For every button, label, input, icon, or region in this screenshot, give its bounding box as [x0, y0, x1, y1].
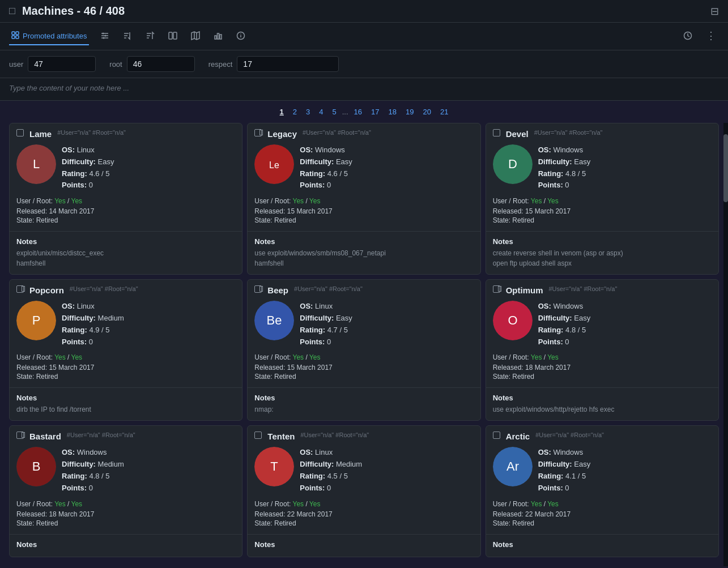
- popcorn-title[interactable]: Popcorn: [29, 285, 64, 295]
- page-btn-17[interactable]: 17: [368, 106, 382, 117]
- devel-notes-content: create reverse shell in venom (asp or as…: [486, 247, 718, 274]
- devel-root-yes[interactable]: Yes: [547, 197, 559, 205]
- bastard-user-yes[interactable]: Yes: [54, 500, 66, 508]
- beep-state: State: Retired: [248, 373, 480, 385]
- svg-marker-18: [191, 32, 199, 40]
- toolbar-chart[interactable]: [211, 28, 225, 45]
- page-btn-19[interactable]: 19: [402, 106, 417, 117]
- page-btn-18[interactable]: 18: [385, 106, 400, 117]
- toolbar-map[interactable]: [189, 28, 202, 45]
- page-btn-21[interactable]: 21: [437, 106, 452, 117]
- legacy-root-yes[interactable]: Yes: [309, 197, 321, 205]
- toolbar-history[interactable]: [681, 28, 695, 45]
- user-filter-group: user: [9, 56, 96, 72]
- columns-icon: [168, 31, 177, 40]
- toolbar-columns[interactable]: [166, 28, 180, 45]
- root-filter-input[interactable]: [127, 56, 195, 72]
- bar-chart-icon: [214, 31, 223, 40]
- user-filter-input[interactable]: [28, 56, 96, 72]
- beep-released: Released: 15 March 2017: [248, 364, 480, 373]
- svg-rect-2: [12, 36, 15, 39]
- beep-root-yes[interactable]: Yes: [309, 353, 321, 361]
- toolbar-more[interactable]: ⋮: [704, 26, 719, 46]
- card-header-optimum: Optimum #User="n/a" #Root="n/a": [486, 280, 718, 298]
- arctic-title[interactable]: Arctic: [506, 432, 530, 441]
- bastard-notes-header: Notes: [10, 537, 242, 550]
- tenten-notes-header: Notes: [248, 537, 480, 550]
- popcorn-divider: [10, 387, 242, 388]
- arctic-notes-content: [486, 550, 718, 557]
- root-filter-group: root: [109, 56, 194, 72]
- page-btn-1[interactable]: 1: [276, 106, 287, 117]
- card-header-lame: Lame #User="n/a" #Root="n/a": [10, 123, 242, 142]
- bastard-root-yes[interactable]: Yes: [71, 500, 83, 508]
- scrollbar-thumb[interactable]: [723, 134, 728, 202]
- page-btn-3[interactable]: 3: [303, 106, 313, 117]
- toolbar-sort-asc[interactable]: [121, 28, 134, 45]
- optimum-icon: [493, 285, 500, 293]
- optimum-userroot: User / Root: Yes / Yes: [486, 353, 718, 364]
- tenten-root-yes[interactable]: Yes: [309, 500, 321, 508]
- tenten-user-yes[interactable]: Yes: [292, 500, 304, 508]
- popcorn-user-yes[interactable]: Yes: [54, 353, 66, 361]
- devel-tags: #User="n/a" #Root="n/a": [534, 129, 603, 136]
- svg-rect-1: [16, 32, 19, 35]
- scrollbar[interactable]: [723, 123, 728, 566]
- lame-divider: [10, 231, 242, 232]
- optimum-user-yes[interactable]: Yes: [531, 353, 542, 361]
- popcorn-avatar: P: [16, 301, 56, 340]
- beep-notes-header: Notes: [248, 390, 480, 403]
- arctic-state: State: Retired: [486, 519, 718, 532]
- beep-user-yes[interactable]: Yes: [292, 353, 304, 361]
- note-placeholder: Type the content of your note here ...: [9, 84, 129, 92]
- bastard-title[interactable]: Bastard: [29, 432, 61, 441]
- legacy-icon: [254, 129, 262, 136]
- legacy-divider: [248, 231, 480, 232]
- devel-title[interactable]: Devel: [506, 129, 529, 139]
- arctic-root-yes[interactable]: Yes: [547, 500, 559, 508]
- lame-title[interactable]: Lame: [29, 129, 52, 139]
- devel-user-yes[interactable]: Yes: [531, 197, 542, 205]
- tenten-body: T OS: Linux Difficulty: Medium Rating: 4…: [248, 445, 480, 499]
- popcorn-released: Released: 15 March 2017: [10, 364, 242, 373]
- popcorn-notes-header: Notes: [10, 390, 242, 403]
- svg-text:Le: Le: [269, 160, 279, 170]
- beep-title[interactable]: Beep: [267, 285, 288, 295]
- beep-body: Be OS: Linux Difficulty: Easy Rating: 4.…: [248, 298, 480, 353]
- svg-text:O: O: [508, 313, 517, 327]
- svg-text:L: L: [33, 157, 40, 171]
- devel-divider: [486, 231, 718, 232]
- legacy-user-yes[interactable]: Yes: [292, 197, 304, 205]
- respect-filter-input[interactable]: [237, 56, 339, 72]
- page-dots: ...: [342, 108, 348, 116]
- optimum-title[interactable]: Optimum: [506, 285, 543, 295]
- page-btn-20[interactable]: 20: [419, 106, 434, 117]
- lame-user-yes[interactable]: Yes: [54, 197, 66, 205]
- page-btn-16[interactable]: 16: [351, 106, 365, 117]
- optimum-root-yes[interactable]: Yes: [547, 353, 559, 361]
- page-btn-5[interactable]: 5: [329, 106, 340, 117]
- page-btn-2[interactable]: 2: [290, 106, 300, 117]
- svg-point-26: [241, 33, 242, 35]
- lame-body: L OS: Linux Difficulty: Easy Rating: 4.6…: [10, 142, 242, 197]
- tenten-state: State: Retired: [248, 519, 480, 532]
- legacy-userroot: User / Root: Yes / Yes: [248, 197, 480, 207]
- bastard-notes-content: [10, 550, 242, 557]
- toolbar-promoted-attributes[interactable]: Promoted attributes: [9, 28, 89, 45]
- legacy-released: Released: 15 March 2017: [248, 207, 480, 216]
- toolbar-sort-desc[interactable]: [143, 28, 157, 45]
- popcorn-root-yes[interactable]: Yes: [71, 353, 83, 361]
- beep-userroot: User / Root: Yes / Yes: [248, 353, 480, 364]
- lame-root-yes[interactable]: Yes: [71, 197, 83, 205]
- toolbar-info[interactable]: [234, 28, 248, 45]
- legacy-title[interactable]: Legacy: [267, 129, 297, 139]
- arctic-user-yes[interactable]: Yes: [531, 500, 542, 508]
- bastard-tags: #User="n/a" #Root="n/a": [67, 432, 135, 438]
- legacy-body: Le OS: Windows Difficulty: Easy Rating: …: [248, 142, 480, 197]
- toolbar-filter[interactable]: [98, 28, 112, 45]
- svg-rect-3: [16, 36, 19, 39]
- popcorn-state: State: Retired: [10, 373, 242, 385]
- tenten-title[interactable]: Tenten: [267, 432, 295, 441]
- page-btn-4[interactable]: 4: [316, 106, 326, 117]
- layout-icon[interactable]: ⊟: [710, 5, 719, 18]
